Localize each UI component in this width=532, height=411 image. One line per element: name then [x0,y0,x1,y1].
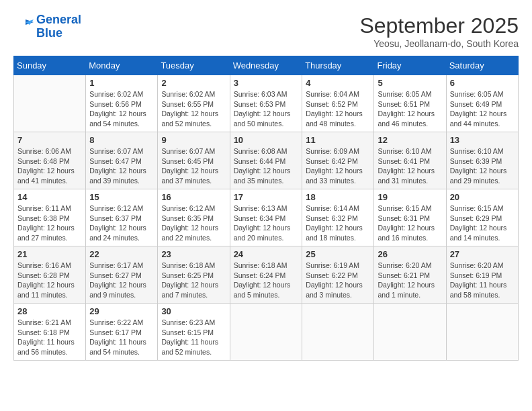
calendar-cell [374,304,446,361]
day-number: 8 [89,135,154,145]
day-number: 21 [17,249,82,259]
day-number: 20 [450,192,515,202]
calendar-cell: 4Sunrise: 6:04 AMSunset: 6:52 PMDaylight… [302,75,374,132]
day-info: Sunrise: 6:02 AMSunset: 6:56 PMDaylight:… [89,89,154,129]
day-number: 5 [378,78,442,88]
location-subtitle: Yeosu, Jeollanam-do, South Korea [359,38,519,49]
day-number: 26 [378,249,442,259]
calendar-table: SundayMondayTuesdayWednesdayThursdayFrid… [13,56,519,361]
calendar-cell: 27Sunrise: 6:20 AMSunset: 6:19 PMDayligh… [446,246,518,304]
logo: General Blue [13,13,81,40]
logo-line2: Blue [36,26,62,40]
calendar-week-2: 7Sunrise: 6:06 AMSunset: 6:48 PMDaylight… [14,132,519,189]
day-number: 14 [17,192,82,202]
day-number: 22 [89,249,154,259]
calendar-cell: 11Sunrise: 6:09 AMSunset: 6:42 PMDayligh… [302,132,374,189]
calendar-week-5: 28Sunrise: 6:21 AMSunset: 6:18 PMDayligh… [14,304,519,361]
calendar-week-3: 14Sunrise: 6:11 AMSunset: 6:38 PMDayligh… [14,189,519,246]
day-info: Sunrise: 6:12 AMSunset: 6:37 PMDaylight:… [89,203,154,243]
day-info: Sunrise: 6:14 AMSunset: 6:32 PMDaylight:… [306,203,370,243]
calendar-cell [14,75,86,132]
calendar-cell: 5Sunrise: 6:05 AMSunset: 6:51 PMDaylight… [374,75,446,132]
calendar-cell: 29Sunrise: 6:22 AMSunset: 6:17 PMDayligh… [86,304,158,361]
calendar-cell: 24Sunrise: 6:18 AMSunset: 6:24 PMDayligh… [230,246,302,304]
weekday-header-wednesday: Wednesday [230,56,302,75]
page-header: General Blue September 2025 Yeosu, Jeoll… [13,13,519,49]
title-area: September 2025 Yeosu, Jeollanam-do, Sout… [359,13,519,49]
calendar-week-4: 21Sunrise: 6:16 AMSunset: 6:28 PMDayligh… [14,246,519,304]
day-info: Sunrise: 6:11 AMSunset: 6:38 PMDaylight:… [17,203,82,243]
calendar-cell [230,304,302,361]
day-info: Sunrise: 6:08 AMSunset: 6:44 PMDaylight:… [234,146,299,186]
day-number: 18 [306,192,370,202]
weekday-header-sunday: Sunday [14,56,86,75]
day-number: 2 [161,78,226,88]
day-info: Sunrise: 6:05 AMSunset: 6:51 PMDaylight:… [378,89,442,129]
day-number: 10 [234,135,299,145]
day-info: Sunrise: 6:21 AMSunset: 6:18 PMDaylight:… [17,318,82,357]
calendar-cell: 17Sunrise: 6:13 AMSunset: 6:34 PMDayligh… [230,189,302,246]
day-number: 23 [161,249,226,259]
day-info: Sunrise: 6:05 AMSunset: 6:49 PMDaylight:… [450,89,515,129]
calendar-cell: 23Sunrise: 6:18 AMSunset: 6:25 PMDayligh… [158,246,230,304]
calendar-cell: 6Sunrise: 6:05 AMSunset: 6:49 PMDaylight… [446,75,518,132]
day-number: 4 [306,78,370,88]
day-info: Sunrise: 6:06 AMSunset: 6:48 PMDaylight:… [17,146,82,186]
day-number: 7 [17,135,82,145]
day-number: 3 [234,78,299,88]
calendar-cell: 2Sunrise: 6:02 AMSunset: 6:55 PMDaylight… [158,75,230,132]
weekday-header-saturday: Saturday [446,56,518,75]
calendar-cell: 22Sunrise: 6:17 AMSunset: 6:27 PMDayligh… [86,246,158,304]
day-number: 15 [89,192,154,202]
day-number: 25 [306,249,370,259]
calendar-cell: 18Sunrise: 6:14 AMSunset: 6:32 PMDayligh… [302,189,374,246]
day-number: 28 [17,306,82,316]
calendar-cell: 15Sunrise: 6:12 AMSunset: 6:37 PMDayligh… [86,189,158,246]
calendar-cell: 10Sunrise: 6:08 AMSunset: 6:44 PMDayligh… [230,132,302,189]
day-info: Sunrise: 6:18 AMSunset: 6:25 PMDaylight:… [161,261,226,300]
day-number: 19 [378,192,442,202]
day-info: Sunrise: 6:15 AMSunset: 6:31 PMDaylight:… [378,203,442,243]
calendar-cell: 7Sunrise: 6:06 AMSunset: 6:48 PMDaylight… [14,132,86,189]
day-info: Sunrise: 6:04 AMSunset: 6:52 PMDaylight:… [306,89,370,129]
day-number: 29 [89,306,154,316]
day-number: 27 [450,249,515,259]
day-number: 30 [161,306,226,316]
month-title: September 2025 [359,13,519,38]
day-number: 1 [89,78,154,88]
calendar-cell: 9Sunrise: 6:07 AMSunset: 6:45 PMDaylight… [158,132,230,189]
calendar-cell: 25Sunrise: 6:19 AMSunset: 6:22 PMDayligh… [302,246,374,304]
day-info: Sunrise: 6:12 AMSunset: 6:35 PMDaylight:… [161,203,226,243]
day-info: Sunrise: 6:07 AMSunset: 6:45 PMDaylight:… [161,146,226,186]
day-info: Sunrise: 6:02 AMSunset: 6:55 PMDaylight:… [161,89,226,129]
calendar-cell: 12Sunrise: 6:10 AMSunset: 6:41 PMDayligh… [374,132,446,189]
day-number: 13 [450,135,515,145]
day-info: Sunrise: 6:07 AMSunset: 6:47 PMDaylight:… [89,146,154,186]
day-number: 24 [234,249,299,259]
day-info: Sunrise: 6:22 AMSunset: 6:17 PMDaylight:… [89,318,154,357]
day-info: Sunrise: 6:13 AMSunset: 6:34 PMDaylight:… [234,203,299,243]
day-info: Sunrise: 6:20 AMSunset: 6:19 PMDaylight:… [450,261,515,300]
day-number: 12 [378,135,442,145]
weekday-header-tuesday: Tuesday [158,56,230,75]
day-number: 11 [306,135,370,145]
logo-icon [13,17,34,37]
day-info: Sunrise: 6:19 AMSunset: 6:22 PMDaylight:… [306,261,370,300]
day-number: 6 [450,78,515,88]
day-info: Sunrise: 6:23 AMSunset: 6:15 PMDaylight:… [161,318,226,357]
calendar-cell: 14Sunrise: 6:11 AMSunset: 6:38 PMDayligh… [14,189,86,246]
weekday-header-thursday: Thursday [302,56,374,75]
day-number: 16 [161,192,226,202]
day-number: 9 [161,135,226,145]
day-number: 17 [234,192,299,202]
calendar-week-1: 1Sunrise: 6:02 AMSunset: 6:56 PMDaylight… [14,75,519,132]
day-info: Sunrise: 6:16 AMSunset: 6:28 PMDaylight:… [17,261,82,300]
day-info: Sunrise: 6:09 AMSunset: 6:42 PMDaylight:… [306,146,370,186]
calendar-cell [446,304,518,361]
calendar-cell: 28Sunrise: 6:21 AMSunset: 6:18 PMDayligh… [14,304,86,361]
calendar-cell: 1Sunrise: 6:02 AMSunset: 6:56 PMDaylight… [86,75,158,132]
day-info: Sunrise: 6:10 AMSunset: 6:41 PMDaylight:… [378,146,442,186]
calendar-cell: 30Sunrise: 6:23 AMSunset: 6:15 PMDayligh… [158,304,230,361]
day-info: Sunrise: 6:18 AMSunset: 6:24 PMDaylight:… [234,261,299,300]
day-info: Sunrise: 6:17 AMSunset: 6:27 PMDaylight:… [89,261,154,300]
